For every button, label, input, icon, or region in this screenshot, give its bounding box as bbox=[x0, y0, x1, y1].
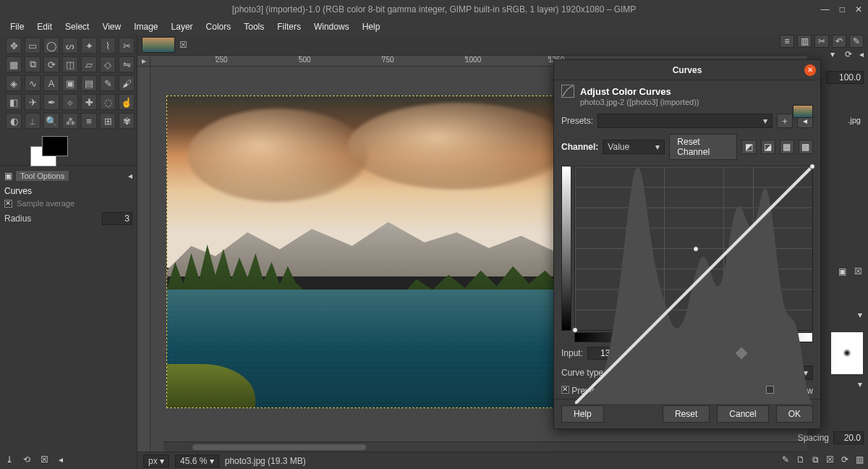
menu-tools[interactable]: Tools bbox=[238, 20, 270, 33]
tool-measure-icon[interactable]: ⟂ bbox=[25, 113, 41, 129]
menu-filters[interactable]: Filters bbox=[271, 20, 307, 33]
curve-point-mid[interactable] bbox=[693, 246, 699, 252]
curves-plot[interactable] bbox=[574, 166, 813, 331]
menu-file[interactable]: File bbox=[4, 20, 30, 33]
tool-move-icon[interactable]: ✥ bbox=[6, 38, 22, 54]
tool-dodge-icon[interactable]: ◐ bbox=[6, 113, 22, 129]
tool-fuzzy-select-icon[interactable]: ✦ bbox=[81, 38, 97, 54]
tool-zoom-icon[interactable]: 🔍 bbox=[43, 113, 59, 129]
preset-add-icon[interactable]: ＋ bbox=[777, 114, 793, 128]
hist-a-icon[interactable]: ▦ bbox=[780, 140, 794, 154]
right-tab-1-icon[interactable]: ≡ bbox=[780, 35, 794, 48]
tool-options-tab[interactable]: Tool Options bbox=[15, 170, 69, 182]
menu-layer[interactable]: Layer bbox=[166, 20, 199, 33]
channel-select[interactable]: Value▾ bbox=[603, 140, 665, 154]
image-tab-thumb[interactable] bbox=[142, 37, 175, 53]
right-tab-2-icon[interactable]: ▥ bbox=[797, 35, 812, 48]
ruler-origin-icon[interactable]: ▸ bbox=[137, 56, 150, 66]
right-dock-icon[interactable]: ▣ bbox=[838, 266, 846, 276]
right-chevron-icon[interactable]: ▾ bbox=[858, 310, 862, 320]
tool-text-icon[interactable]: A bbox=[43, 75, 59, 91]
curves-close-icon[interactable]: ✕ bbox=[804, 64, 816, 76]
rb-del-icon[interactable]: ☒ bbox=[826, 455, 834, 465]
window-close-icon[interactable]: ✕ bbox=[855, 4, 862, 14]
curve-point-start[interactable] bbox=[572, 327, 578, 333]
brush-preview[interactable]: ✺ bbox=[830, 331, 864, 375]
window-minimize-icon[interactable]: — bbox=[821, 4, 830, 14]
delete-options-icon[interactable]: ☒ bbox=[41, 455, 48, 465]
tool-cage-icon[interactable]: ◈ bbox=[6, 75, 22, 91]
tool-eraser-icon[interactable]: ◧ bbox=[6, 94, 22, 110]
rb-refresh-icon[interactable]: ⟳ bbox=[841, 455, 848, 465]
cancel-button[interactable]: Cancel bbox=[717, 405, 768, 423]
log-hist-icon[interactable]: ◪ bbox=[761, 140, 775, 154]
menu-colors[interactable]: Colors bbox=[200, 20, 237, 33]
menu-help[interactable]: Help bbox=[357, 20, 386, 33]
unit-select[interactable]: px ▾ bbox=[143, 455, 169, 468]
tool-lasso-icon[interactable]: ᔕ bbox=[62, 38, 78, 54]
rb-open-icon[interactable]: ▥ bbox=[856, 455, 864, 465]
tool-path-icon[interactable]: ⌇ bbox=[100, 38, 116, 54]
curves-dialog[interactable]: Curves ✕ Adjust Color Curves photo3.jpg-… bbox=[553, 59, 821, 429]
splitview-checkbox[interactable] bbox=[766, 386, 774, 394]
tool-paintbrush-icon[interactable]: 🖌 bbox=[119, 75, 135, 91]
tool-scissors-icon[interactable]: ✂ bbox=[119, 38, 135, 54]
tool-mypaint-icon[interactable]: ✾ bbox=[119, 113, 135, 129]
right-value-input[interactable]: 100.0 bbox=[826, 71, 864, 84]
refresh-icon[interactable]: ⟳ bbox=[845, 49, 852, 59]
menu-image[interactable]: Image bbox=[128, 20, 163, 33]
ruler-vertical[interactable] bbox=[137, 67, 150, 452]
tool-clone-icon[interactable]: ⟐ bbox=[62, 94, 78, 110]
image-tab-close-icon[interactable]: ☒ bbox=[179, 40, 187, 50]
save-options-icon[interactable]: ⤓ bbox=[6, 455, 13, 465]
fg-color-icon[interactable] bbox=[42, 136, 68, 156]
reset-options-icon[interactable]: ◂ bbox=[59, 455, 63, 465]
right-tab-3-icon[interactable]: ✂ bbox=[814, 35, 829, 48]
menu-icon[interactable]: ◂ bbox=[859, 49, 864, 59]
curve-point-end[interactable] bbox=[809, 164, 815, 169]
right-brush-icon[interactable]: ✎ bbox=[849, 35, 864, 48]
reset-channel-button[interactable]: Reset Channel bbox=[669, 134, 737, 160]
tool-ellipse-select-icon[interactable]: ◯ bbox=[43, 38, 59, 54]
linear-hist-icon[interactable]: ◩ bbox=[741, 140, 756, 154]
right-undo-icon[interactable]: ↶ bbox=[832, 35, 846, 48]
zoom-select[interactable]: 45.6 % ▾ bbox=[175, 455, 219, 468]
tool-flip-icon[interactable]: ⇋ bbox=[119, 56, 135, 72]
reset-button[interactable]: Reset bbox=[663, 405, 710, 423]
rb-dup-icon[interactable]: ⧉ bbox=[812, 455, 819, 465]
window-maximize-icon[interactable]: □ bbox=[840, 4, 845, 14]
tool-colorpicker-icon[interactable]: ⁂ bbox=[62, 113, 78, 129]
curve-line[interactable] bbox=[575, 166, 812, 404]
tool-handle-icon[interactable]: ⊞ bbox=[100, 113, 116, 129]
color-swatch[interactable] bbox=[29, 136, 72, 165]
tool-foreground-icon[interactable]: ▦ bbox=[6, 56, 22, 72]
chevron-down-icon[interactable]: ▾ bbox=[830, 49, 835, 59]
sample-average-checkbox[interactable] bbox=[4, 200, 12, 208]
image-view[interactable] bbox=[166, 96, 570, 408]
tool-pencil-icon[interactable]: ✎ bbox=[100, 75, 116, 91]
tool-ink-icon[interactable]: ✒ bbox=[43, 94, 59, 110]
menu-select[interactable]: Select bbox=[59, 20, 95, 33]
scrollbar-horizontal[interactable] bbox=[163, 441, 807, 452]
menu-view[interactable]: View bbox=[96, 20, 127, 33]
tool-perspective-icon[interactable]: ◇ bbox=[100, 56, 116, 72]
right-close-icon[interactable]: ☒ bbox=[854, 266, 862, 276]
tool-gradient-icon[interactable]: ▤ bbox=[81, 75, 97, 91]
tool-rotate-icon[interactable]: ⟳ bbox=[43, 56, 59, 72]
tool-shear-icon[interactable]: ▱ bbox=[81, 56, 97, 72]
tool-smudge-icon[interactable]: ☝ bbox=[119, 94, 135, 110]
restore-options-icon[interactable]: ⟲ bbox=[23, 455, 30, 465]
presets-select[interactable]: ▾ bbox=[597, 114, 773, 128]
tool-scale-icon[interactable]: ◫ bbox=[62, 56, 78, 72]
tool-warp-icon[interactable]: ∿ bbox=[25, 75, 41, 91]
rb-new-icon[interactable]: 🗋 bbox=[796, 455, 805, 465]
tool-crop-icon[interactable]: ⧉ bbox=[25, 56, 41, 72]
tool-heal-icon[interactable]: ✚ bbox=[81, 94, 97, 110]
right-brush-menu-icon[interactable]: ▾ bbox=[858, 379, 862, 389]
menu-edit[interactable]: Edit bbox=[31, 20, 58, 33]
tool-blur-icon[interactable]: ◌ bbox=[100, 94, 116, 110]
preview-checkbox[interactable] bbox=[561, 386, 569, 394]
hist-b-icon[interactable]: ▩ bbox=[799, 140, 813, 154]
tool-bucket-icon[interactable]: ▣ bbox=[62, 75, 78, 91]
tool-airbrush-icon[interactable]: ✈ bbox=[25, 94, 41, 110]
